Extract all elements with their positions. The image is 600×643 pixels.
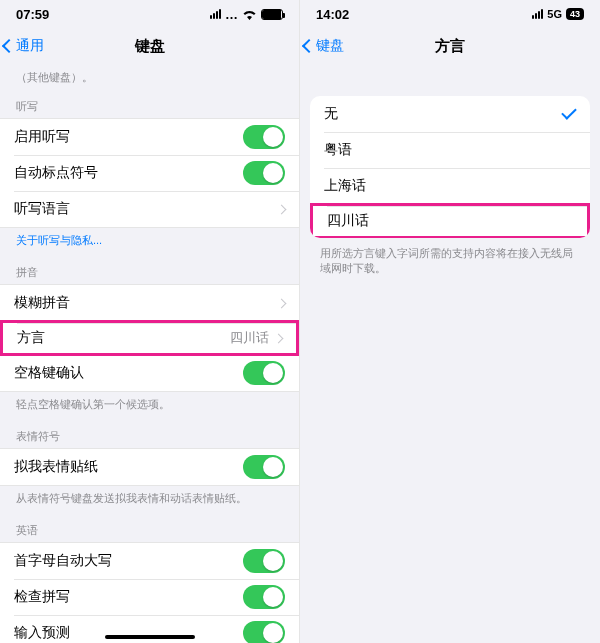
dictation-privacy-link[interactable]: 关于听写与隐私... bbox=[0, 228, 299, 253]
toggle-on[interactable] bbox=[243, 361, 285, 385]
chevron-right-icon bbox=[277, 204, 287, 214]
option-sichuanese[interactable]: 四川话 bbox=[310, 203, 590, 238]
wifi-icon: … bbox=[225, 7, 238, 22]
status-right: … bbox=[210, 7, 283, 22]
settings-content: （其他键盘）。 听写 启用听写 自动标点符号 听写语言 关于听写与隐私... 拼… bbox=[0, 64, 299, 643]
row-dictation-languages[interactable]: 听写语言 bbox=[0, 191, 299, 227]
row-value: 四川话 bbox=[230, 329, 269, 347]
status-bar: 07:59 … bbox=[0, 0, 299, 28]
status-right: 5G 43 bbox=[532, 8, 584, 20]
group-header-english: 英语 bbox=[0, 511, 299, 542]
toggle-on[interactable] bbox=[243, 549, 285, 573]
row-label: 听写语言 bbox=[14, 200, 70, 218]
group-header-emoji: 表情符号 bbox=[0, 417, 299, 448]
nav-bar: 键盘 方言 bbox=[300, 28, 600, 64]
row-label: 方言 bbox=[17, 329, 45, 347]
status-time: 14:02 bbox=[316, 7, 349, 22]
nav-bar: 通用 键盘 bbox=[0, 28, 299, 64]
row-label: 自动标点符号 bbox=[14, 164, 98, 182]
row-label: 空格键确认 bbox=[14, 364, 84, 382]
row-label: 启用听写 bbox=[14, 128, 70, 146]
status-bar: 14:02 5G 43 bbox=[300, 0, 600, 28]
option-none[interactable]: 无 bbox=[310, 96, 590, 132]
cellular-icon bbox=[210, 9, 221, 19]
row-fuzzy-pinyin[interactable]: 模糊拼音 bbox=[0, 285, 299, 321]
toggle-on[interactable] bbox=[243, 621, 285, 643]
row-enable-dictation[interactable]: 启用听写 bbox=[0, 119, 299, 155]
back-button[interactable]: 键盘 bbox=[304, 37, 344, 55]
back-label: 键盘 bbox=[316, 37, 344, 55]
emoji-footer: 从表情符号键盘发送拟我表情和动话表情贴纸。 bbox=[0, 486, 299, 511]
row-label: 首字母自动大写 bbox=[14, 552, 112, 570]
toggle-on[interactable] bbox=[243, 125, 285, 149]
chevron-left-icon bbox=[2, 39, 16, 53]
status-time: 07:59 bbox=[16, 7, 49, 22]
page-title: 方言 bbox=[435, 37, 465, 56]
space-confirm-footer: 轻点空格键确认第一个候选项。 bbox=[0, 392, 299, 417]
chevron-right-icon bbox=[274, 333, 284, 343]
option-label: 无 bbox=[324, 105, 338, 123]
home-indicator[interactable] bbox=[105, 635, 195, 639]
back-label: 通用 bbox=[16, 37, 44, 55]
battery-icon: 43 bbox=[566, 8, 584, 20]
page-title: 键盘 bbox=[135, 37, 165, 56]
checkmark-icon bbox=[561, 104, 577, 120]
option-shanghainese[interactable]: 上海话 bbox=[310, 168, 590, 204]
chevron-right-icon bbox=[277, 298, 287, 308]
row-label: 模糊拼音 bbox=[14, 294, 70, 312]
option-label: 四川话 bbox=[327, 212, 369, 230]
option-label: 粤语 bbox=[324, 141, 352, 159]
group-header-pinyin: 拼音 bbox=[0, 253, 299, 284]
row-label: 拟我表情贴纸 bbox=[14, 458, 98, 476]
row-check-spelling[interactable]: 检查拼写 bbox=[0, 579, 299, 615]
row-auto-punctuation[interactable]: 自动标点符号 bbox=[0, 155, 299, 191]
row-memoji-stickers[interactable]: 拟我表情贴纸 bbox=[0, 449, 299, 485]
row-label: 检查拼写 bbox=[14, 588, 70, 606]
chevron-left-icon bbox=[302, 39, 316, 53]
toggle-on[interactable] bbox=[243, 585, 285, 609]
option-label: 上海话 bbox=[324, 177, 366, 195]
cellular-icon bbox=[532, 9, 543, 19]
network-type: 5G bbox=[547, 8, 562, 20]
group-header-dictation: 听写 bbox=[0, 87, 299, 118]
dialect-footer: 用所选方言键入字词所需的支持内容将在接入无线局域网时下载。 bbox=[300, 238, 600, 284]
wifi-icon bbox=[242, 9, 257, 20]
dialect-content: 无 粤语 上海话 四川话 用所选方言键入字词所需的支持内容将在接入无线局域网时下… bbox=[300, 64, 600, 643]
battery-icon bbox=[261, 9, 283, 20]
row-space-confirm[interactable]: 空格键确认 bbox=[0, 355, 299, 391]
keyboard-settings-screen: 07:59 … 通用 键盘 （其他键盘）。 听写 启用听写 自动标点符号 bbox=[0, 0, 300, 643]
row-auto-capitalize[interactable]: 首字母自动大写 bbox=[0, 543, 299, 579]
toggle-on[interactable] bbox=[243, 455, 285, 479]
option-cantonese[interactable]: 粤语 bbox=[310, 132, 590, 168]
back-button[interactable]: 通用 bbox=[4, 37, 44, 55]
toggle-on[interactable] bbox=[243, 161, 285, 185]
row-label: 输入预测 bbox=[14, 624, 70, 642]
row-dialect[interactable]: 方言 四川话 bbox=[0, 320, 299, 356]
other-keyboards-note: （其他键盘）。 bbox=[0, 64, 299, 87]
dialect-settings-screen: 14:02 5G 43 键盘 方言 无 粤语 上海话 四川话 bbox=[300, 0, 600, 643]
